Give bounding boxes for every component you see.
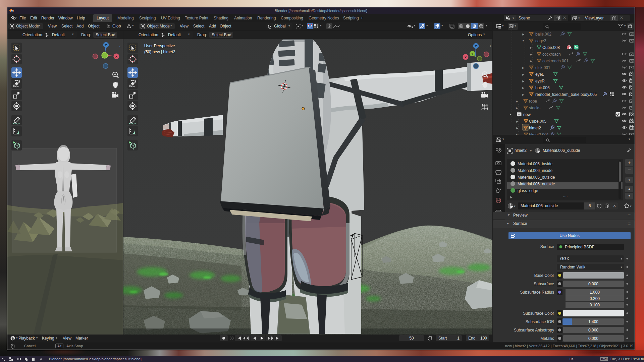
svg-text:hlmet2.001: hlmet2.001 [529, 132, 549, 135]
svg-text:▶: ▶ [522, 86, 525, 89]
svg-text:Subsurface Anisotropy: Subsurface Anisotropy [514, 328, 554, 333]
svg-text:▶: ▶ [530, 60, 532, 63]
svg-text:Principled BSDF: Principled BSDF [565, 245, 594, 249]
svg-text:remodel_fixed.fem_bake.body.00: remodel_fixed.fem_bake.body.005 [535, 92, 597, 97]
svg-text:eyeL: eyeL [535, 72, 544, 77]
svg-text:Random Walk: Random Walk [560, 265, 586, 269]
svg-text:GGX: GGX [560, 256, 569, 261]
svg-text:▼: ▼ [509, 113, 512, 116]
svg-text:0.000: 0.000 [588, 328, 598, 333]
svg-text:▶: ▶ [516, 120, 519, 123]
svg-text:dick.001: dick.001 [535, 65, 550, 70]
svg-text:▶: ▶ [530, 53, 532, 56]
svg-text:rope: rope [529, 99, 537, 104]
svg-text:▶: ▶ [522, 80, 525, 83]
svg-text:▶: ▶ [516, 133, 519, 135]
svg-text:▾: ▾ [621, 265, 622, 269]
svg-text:▾: ▾ [621, 257, 622, 260]
svg-text:Base Color: Base Color [534, 273, 554, 278]
svg-text:eyeR: eyeR [535, 79, 545, 83]
svg-text:hair.006: hair.006 [535, 85, 550, 90]
svg-text:Z: Z [475, 45, 477, 48]
svg-text:Subsurface: Subsurface [534, 282, 554, 286]
svg-text:Subsurface IOR: Subsurface IOR [526, 319, 554, 324]
svg-text:balls.002: balls.002 [535, 32, 551, 37]
svg-text:Cube.005: Cube.005 [529, 119, 546, 124]
svg-text:▶: ▶ [530, 46, 532, 49]
svg-text:‹: ‹ [490, 44, 491, 48]
svg-text:Surface: Surface [540, 244, 554, 249]
svg-text:▶: ▶ [522, 33, 525, 36]
svg-text:cockroach.001: cockroach.001 [542, 59, 569, 63]
svg-text:Subsurface Color: Subsurface Color [523, 311, 554, 316]
svg-text:▶: ▶ [522, 66, 525, 69]
svg-text:cockroach: cockroach [542, 52, 561, 57]
svg-text:4: 4 [571, 47, 573, 50]
svg-text:X: X [115, 55, 117, 58]
svg-text:stocks: stocks [529, 106, 540, 110]
svg-text:cage3: cage3 [535, 39, 546, 43]
svg-text:X: X [465, 56, 467, 59]
svg-text:▶: ▶ [516, 107, 518, 110]
svg-text:0.000: 0.000 [588, 336, 598, 341]
svg-text:Subsurface Radius: Subsurface Radius [520, 290, 554, 295]
svg-text:‹: ‹ [119, 44, 121, 48]
svg-text:▶: ▶ [522, 93, 525, 96]
svg-text:Cube.008: Cube.008 [542, 45, 560, 50]
svg-text:▶: ▶ [522, 73, 525, 76]
svg-text:0.100: 0.100 [590, 303, 600, 307]
svg-text:0.000: 0.000 [588, 282, 598, 286]
svg-text:Z: Z [105, 44, 107, 47]
svg-text:▶: ▶ [516, 127, 519, 130]
svg-text:▼: ▼ [522, 39, 525, 42]
svg-text:0.200: 0.200 [590, 296, 600, 301]
svg-text:▶: ▶ [516, 100, 518, 103]
svg-text:1.400: 1.400 [588, 319, 598, 324]
svg-text:Metallic: Metallic [540, 336, 554, 341]
svg-text:1.000: 1.000 [590, 290, 600, 295]
svg-text:Y: Y [471, 52, 473, 56]
svg-text:hlmet2: hlmet2 [529, 126, 541, 130]
svg-text:new: new [523, 112, 531, 117]
